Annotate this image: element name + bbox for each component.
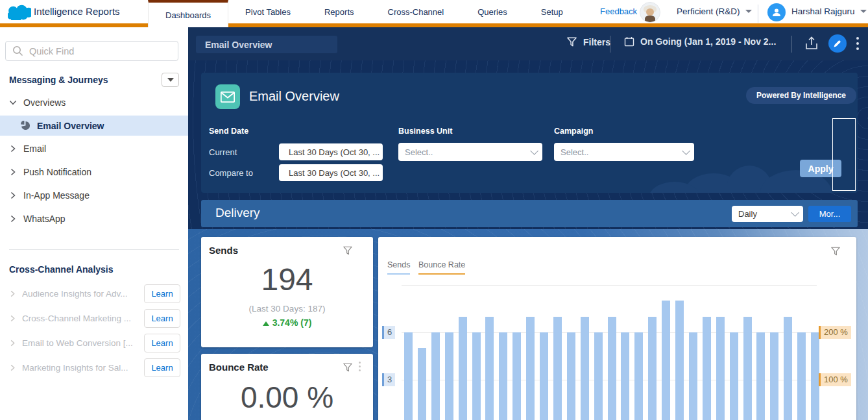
sends-bar[interactable] xyxy=(404,332,413,420)
sends-bar[interactable] xyxy=(431,332,440,420)
section-title-messaging: Messaging & Journeys xyxy=(9,75,108,85)
sends-bar[interactable] xyxy=(418,348,426,420)
current-date-input[interactable]: Last 30 Days (Oct 30, ... xyxy=(279,143,383,160)
hero-title: Email Overview xyxy=(249,89,339,104)
chevron-right-icon xyxy=(9,168,17,176)
feedback-link[interactable]: Feedback xyxy=(600,6,637,16)
sidebar: Messaging & Journeys OverviewsEmail Over… xyxy=(0,27,188,420)
delivery-section-bar: Delivery Daily Mor... xyxy=(201,200,858,227)
filters-button[interactable]: Filters xyxy=(566,36,610,47)
quick-find-search[interactable] xyxy=(5,41,178,61)
sends-bar[interactable] xyxy=(784,317,792,420)
more-button[interactable]: Mor... xyxy=(808,206,851,222)
sidebar-item-whatsapp[interactable]: WhatsApp xyxy=(0,208,188,229)
sends-bar[interactable] xyxy=(634,332,643,420)
date-range-button[interactable]: On Going (Jan 1, 2019 - Nov 2... xyxy=(624,36,776,47)
learn-button[interactable]: Learn xyxy=(144,334,180,352)
sidebar-item-email-overview[interactable]: Email Overview xyxy=(0,116,188,136)
compare-date-input[interactable]: Last 30 Days (Oct 30, ... xyxy=(279,164,383,181)
nav-tab-dashboards[interactable]: Dashboards xyxy=(148,0,228,27)
sends-bar[interactable] xyxy=(689,332,697,420)
sends-bar[interactable] xyxy=(716,317,725,420)
arrow-up-icon xyxy=(263,321,269,326)
sends-bar[interactable] xyxy=(730,332,738,420)
bounce-card-title: Bounce Rate xyxy=(209,362,269,373)
section-title-cross-channel: Cross-Channel Analysis xyxy=(9,264,114,275)
learn-item-label: Cross-Channel Marketing ... xyxy=(22,314,144,323)
business-unit-select[interactable]: Select.. xyxy=(398,143,542,161)
sends-value: 194 xyxy=(201,262,373,297)
sidebar-tree: OverviewsEmail OverviewEmailPush Notific… xyxy=(0,92,188,232)
sends-bar[interactable] xyxy=(445,332,453,420)
sends-bar[interactable] xyxy=(662,301,670,420)
nav-tab-pivot-tables[interactable]: Pivot Tables xyxy=(228,0,307,23)
funnel-icon[interactable] xyxy=(343,362,353,373)
funnel-icon[interactable] xyxy=(343,245,353,256)
search-icon xyxy=(12,45,23,56)
chevron-right-icon xyxy=(9,364,16,371)
triangle-down-icon xyxy=(167,78,174,82)
chevron-right-icon xyxy=(9,315,16,322)
edit-dashboard-button[interactable] xyxy=(828,34,847,53)
sends-bar[interactable] xyxy=(756,332,765,420)
sends-bar[interactable] xyxy=(526,317,535,420)
sends-bar[interactable] xyxy=(743,317,752,420)
filters-label: Filters xyxy=(583,37,610,47)
user-menu[interactable]: Harshal Rajguru xyxy=(791,6,867,16)
sends-bar[interactable] xyxy=(459,317,467,420)
sends-bar[interactable] xyxy=(581,317,589,420)
sends-bar[interactable] xyxy=(485,317,494,420)
nav-tab-reports[interactable]: Reports xyxy=(307,0,371,23)
card-kebab-menu[interactable] xyxy=(359,362,361,373)
sidebar-item-email[interactable]: Email xyxy=(0,138,188,159)
sends-bar[interactable] xyxy=(540,332,548,420)
sends-delta: 3.74% (7) xyxy=(201,317,373,328)
sends-bar[interactable] xyxy=(472,332,481,420)
sidebar-item-overviews[interactable]: Overviews xyxy=(0,92,188,113)
sends-bar[interactable] xyxy=(499,332,507,420)
sends-bar[interactable] xyxy=(703,317,711,420)
sidebar-item-in-app-message[interactable]: In-App Message xyxy=(0,185,188,206)
learn-button[interactable]: Learn xyxy=(144,284,180,303)
header-kebab-menu[interactable] xyxy=(856,37,859,53)
sidebar-item-label: Email xyxy=(23,143,46,154)
sends-bar[interactable] xyxy=(608,317,616,420)
sends-bar[interactable] xyxy=(675,301,684,420)
granularity-select[interactable]: Daily xyxy=(732,206,803,222)
campaign-select[interactable]: Select.. xyxy=(554,143,694,161)
funnel-icon xyxy=(566,36,577,47)
dashboard-tab-email-overview[interactable]: Email Overview xyxy=(196,36,337,53)
sends-bar[interactable] xyxy=(797,332,806,420)
sidebar-item-label: Email Overview xyxy=(37,121,104,131)
sends-bar[interactable] xyxy=(553,317,562,420)
email-overview-hero-card: Email Overview Powered By Intelligence S… xyxy=(201,73,858,193)
delivery-chart-card: Sends Bounce Rate 630200 %100 %0 % xyxy=(378,237,856,420)
granularity-value: Daily xyxy=(738,209,757,219)
tick-label: 3 xyxy=(384,373,395,386)
sends-bar[interactable] xyxy=(621,332,629,420)
learn-button[interactable]: Learn xyxy=(144,309,180,328)
nav-tab-cross-channel[interactable]: Cross-Channel xyxy=(371,0,461,23)
user-avatar[interactable] xyxy=(767,3,786,21)
search-input[interactable] xyxy=(29,46,159,56)
sidebar-item-push-notification[interactable]: Push Notification xyxy=(0,162,188,182)
section-dropdown-button[interactable] xyxy=(162,73,179,87)
sends-bar[interactable] xyxy=(512,332,521,420)
sidebar-item-label: Push Notification xyxy=(23,167,91,177)
tick-label: 200 % xyxy=(821,326,851,339)
nav-tabs: DashboardsPivot TablesReportsCross-Chann… xyxy=(148,0,580,27)
learn-row: Marketing Insights for Sal...Learn xyxy=(0,358,188,377)
sends-bar[interactable] xyxy=(648,317,657,420)
tick-label: 6 xyxy=(384,326,395,339)
nav-tab-queries[interactable]: Queries xyxy=(461,0,524,23)
einstein-avatar[interactable] xyxy=(640,2,660,23)
nav-tab-setup[interactable]: Setup xyxy=(524,0,580,23)
sends-bar[interactable] xyxy=(770,332,778,420)
sidebar-item-label: WhatsApp xyxy=(23,214,66,224)
learn-button[interactable]: Learn xyxy=(144,358,180,377)
business-unit-label: Business Unit xyxy=(398,127,452,136)
sends-bar[interactable] xyxy=(594,332,603,420)
export-button[interactable] xyxy=(804,36,819,51)
org-switcher[interactable]: Perficient (R&D) xyxy=(677,6,752,16)
sends-bar[interactable] xyxy=(567,332,575,420)
